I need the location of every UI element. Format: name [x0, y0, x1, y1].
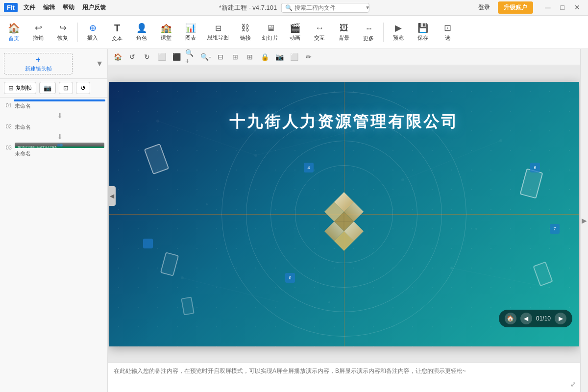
menu-file[interactable]: 文件 — [22, 2, 37, 13]
menu-edit[interactable]: 编辑 — [41, 2, 57, 13]
toolbar-mindmap[interactable]: ⊟ 思维导图 — [203, 19, 233, 46]
link-icon: ⛓ — [241, 23, 250, 33]
toolbar-sep-2 — [383, 23, 384, 42]
sidebar-top: + 新建镜头帧 ▼ — [0, 49, 107, 79]
slide-thumbnail-2[interactable]: ■ 内容介绍 我们为您提供专业的人力资源服务 · 招聘管理 · 薪酬管理 · 培… — [14, 121, 105, 122]
toolbar-animation[interactable]: 🎬 动画 — [283, 19, 307, 46]
toolbar-redo[interactable]: ↪ 恢复 — [51, 19, 74, 46]
slide-canvas[interactable]: 十九街人力资源管理有限公司 — [108, 65, 580, 363]
app-logo: FIt — [4, 3, 18, 12]
toolbar-classroom[interactable]: 🏫 课堂 — [154, 19, 178, 46]
toolbar-role[interactable]: 👤 角色 — [130, 19, 153, 46]
canvas-minus-btn[interactable]: ⊟ — [215, 51, 226, 63]
slideshow-icon: 🖥 — [266, 23, 275, 33]
toolbar-link[interactable]: ⛓ 链接 — [234, 19, 257, 46]
canvas-edit-btn[interactable]: ✏ — [303, 51, 315, 63]
frame-select-button[interactable]: ⊡ — [59, 82, 73, 94]
toolbar-bg[interactable]: 🖼 背景 — [332, 19, 356, 46]
menu-help[interactable]: 帮助 — [61, 2, 76, 13]
float-handle-6[interactable]: 6 — [530, 163, 540, 172]
home-icon: 🏠 — [8, 22, 20, 34]
sidebar-arrow[interactable]: ▼ — [96, 59, 103, 68]
toolbar-text[interactable]: T 文本 — [105, 19, 129, 46]
screenshot-button[interactable]: 📷 — [39, 82, 56, 94]
search-input[interactable] — [294, 4, 363, 11]
slide-thumbnail-3[interactable]: 👥 我们为企业提供一站式专业人才服务 — [14, 142, 105, 149]
canvas-crop-btn[interactable]: ⬜ — [156, 51, 168, 63]
maximize-button[interactable]: □ — [557, 3, 568, 12]
slide-label-3: 未命名 — [14, 149, 105, 157]
canvas-lock-btn[interactable]: 🔒 — [259, 51, 270, 63]
slide-nav-prev[interactable]: ◀ — [520, 313, 532, 324]
toolbar-classroom-label: 课堂 — [161, 34, 172, 42]
canvas-zoomin-btn[interactable]: 🔍+ — [185, 51, 197, 63]
slide-thumb-wrapper-2: ■ 内容介绍 我们为您提供专业的人力资源服务 · 招聘管理 · 薪酬管理 · 培… — [14, 121, 105, 131]
toolbar-insert[interactable]: ⊕ 插入 — [81, 19, 104, 46]
canvas-grid-btn[interactable]: ⊞ — [244, 51, 256, 63]
animation-icon: 🎬 — [290, 23, 300, 33]
canvas-undo-btn[interactable]: ↺ — [126, 51, 138, 63]
right-panel-toggle[interactable]: ▶ — [580, 49, 588, 392]
toolbar-interact-label: 交互 — [314, 34, 325, 42]
canvas-redo-btn[interactable]: ↻ — [141, 51, 153, 63]
search-box[interactable]: 🔍 ▼ — [281, 3, 369, 13]
float-handle-0[interactable]: 0 — [285, 273, 295, 283]
menu-feedback[interactable]: 用户反馈 — [80, 2, 108, 13]
minimize-button[interactable]: ─ — [541, 3, 554, 12]
svg-point-16 — [328, 301, 330, 303]
toolbar-home[interactable]: 🏠 首页 — [2, 19, 25, 46]
toolbar-select[interactable]: ⊡ 选 — [436, 19, 459, 46]
new-frame-label: 新建镜头帧 — [25, 65, 52, 73]
slide-title: 十九街人力资源管理有限公司 — [109, 111, 579, 133]
svg-point-12 — [181, 276, 184, 279]
plus-icon: + — [36, 55, 40, 64]
toolbar-save[interactable]: 💾 保存 — [411, 19, 435, 46]
thumb3-bar: 我们为企业提供一站式专业人才服务 — [15, 147, 104, 148]
sidebar-collapse-button[interactable]: ◀ — [108, 186, 116, 206]
frame-rotate-button[interactable]: ↺ — [76, 82, 90, 94]
redo-icon: ↪ — [59, 23, 67, 33]
chart-icon: 📊 — [185, 23, 196, 33]
toolbar-interact[interactable]: ↔ 交互 — [308, 19, 331, 46]
canvas-photo-btn[interactable]: 📷 — [273, 51, 285, 63]
search-dropdown-icon[interactable]: ▼ — [365, 5, 370, 10]
canvas-home-btn[interactable]: 🏠 — [112, 51, 123, 63]
copy-frame-label: 复制帧 — [16, 84, 32, 92]
svg-point-14 — [206, 203, 208, 205]
toolbar-more[interactable]: ··· 更多 — [357, 19, 380, 46]
canvas-plus-btn[interactable]: ⊞ — [229, 51, 241, 63]
toolbar-insert-label: 插入 — [87, 34, 98, 42]
toolbar-home-label: 首页 — [8, 35, 19, 42]
upgrade-button[interactable]: 升级账户 — [498, 1, 533, 14]
slide-item-3: 03 👥 我们为企业提供一站式专业人才服务 未命名 — [2, 142, 105, 157]
toolbar-preview[interactable]: ▶ 预览 — [387, 19, 410, 46]
main-content: + 新建镜头帧 ▼ ⊟ 复制帧 📷 ⊡ ↺ 01 — [0, 49, 588, 392]
canvas-frame-btn[interactable]: ⬛ — [171, 51, 182, 63]
new-frame-button[interactable]: + 新建镜头帧 — [4, 53, 73, 74]
login-button[interactable]: 登录 — [474, 2, 494, 13]
float-handle-4[interactable]: 4 — [304, 163, 314, 172]
slide-thumbnail-1[interactable]: 十九街人力资源管理有限公司 ✦ — [14, 99, 105, 101]
notes-textarea[interactable] — [114, 367, 574, 389]
toolbar-chart[interactable]: 📊 图表 — [179, 19, 202, 46]
slide-nav-home[interactable]: 🏠 — [505, 313, 516, 324]
toolbar-slideshow[interactable]: 🖥 幻灯片 — [258, 19, 282, 46]
canvas-zoomout-btn[interactable]: 🔍- — [200, 51, 212, 63]
rotate-icon: ↺ — [80, 84, 86, 92]
slide-label-2: 未命名 — [14, 122, 105, 131]
float-handle-5[interactable] — [143, 239, 153, 248]
toolbar-undo[interactable]: ↩ 撤销 — [26, 19, 50, 46]
slide-nav-next[interactable]: ▶ — [555, 313, 566, 324]
thumb3-text: 我们为企业提供一站式专业人才服务 — [18, 146, 57, 148]
close-button[interactable]: ✕ — [570, 3, 584, 12]
slide-num-2: 02 — [2, 121, 12, 129]
app-title: *新建工程 - v4.7.101 — [219, 3, 277, 12]
canvas-box-btn[interactable]: ⬜ — [288, 51, 300, 63]
svg-point-10 — [401, 178, 404, 181]
role-icon: 👤 — [136, 23, 147, 33]
more-icon: ··· — [366, 23, 371, 34]
copy-frame-button[interactable]: ⊟ 复制帧 — [4, 82, 36, 94]
float-handle-7[interactable]: 7 — [550, 224, 560, 234]
notes-expand-button[interactable]: ⤢ — [570, 380, 576, 388]
save-icon: 💾 — [417, 23, 428, 33]
